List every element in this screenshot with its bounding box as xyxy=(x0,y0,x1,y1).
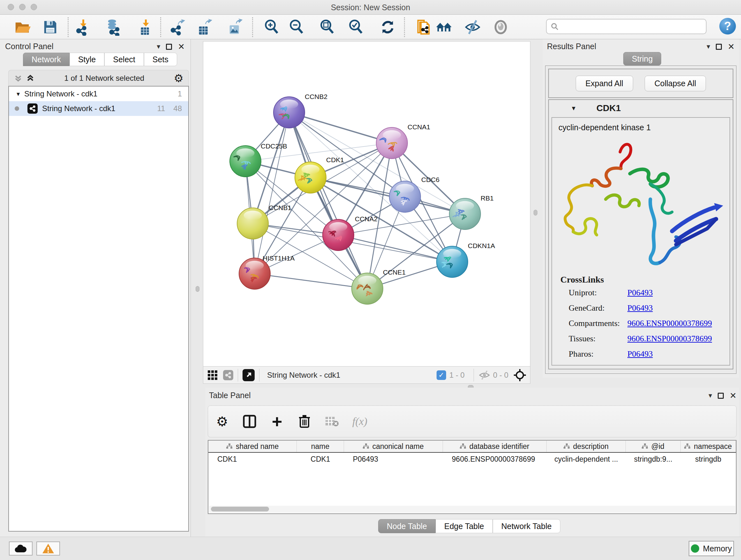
node-CCNA1[interactable]: CCNA1 xyxy=(376,123,430,159)
table-cell[interactable]: cyclin-dependent ... xyxy=(547,455,626,463)
zoom-fit-icon xyxy=(319,18,336,36)
tab-style[interactable]: Style xyxy=(70,53,105,66)
hscrollbar-thumb[interactable] xyxy=(211,507,269,511)
edge-HIST1H1A-CCNE1[interactable] xyxy=(255,273,367,289)
node-CCNB1[interactable]: CCNB1 xyxy=(237,204,291,239)
network-collection-row[interactable]: ▾ String Network - cdk1 1 xyxy=(9,86,188,101)
panel-close-button[interactable]: ✕ xyxy=(728,43,735,51)
network-options-gear-icon[interactable]: ⚙ xyxy=(174,72,184,84)
network-graph[interactable]: CCNB2CCNA1CDC25BCDK1CDC6RB1CCNB1CCNA2CDK… xyxy=(203,42,530,366)
panel-menu-caret[interactable]: ▾ xyxy=(706,43,710,51)
table-cell[interactable]: 9606.ENSP00000378699 xyxy=(443,455,547,463)
search-input[interactable] xyxy=(546,19,706,34)
zoom-fit-button[interactable] xyxy=(318,18,336,37)
tab-select[interactable]: Select xyxy=(105,53,144,66)
table-cell[interactable]: stringdb:9... xyxy=(626,455,680,463)
open-folder-icon xyxy=(13,18,30,36)
edge-CCNB2-HIST1H1A[interactable] xyxy=(255,112,289,273)
collapse-all-icon[interactable] xyxy=(14,73,23,83)
tree-expand-caret[interactable]: ▾ xyxy=(17,90,20,98)
zoom-in-button[interactable] xyxy=(262,18,281,37)
expand-all-button[interactable]: Expand All xyxy=(576,76,633,91)
zoom-out-button[interactable] xyxy=(287,18,306,37)
edge-CCNB2-CCNE1[interactable] xyxy=(289,112,367,289)
show-columns-icon[interactable] xyxy=(243,415,257,428)
table-cell[interactable]: P06493 xyxy=(344,455,443,463)
share-document-button[interactable] xyxy=(414,18,433,37)
table-cell[interactable]: CDK1 xyxy=(208,455,297,463)
column-header-shared-name[interactable]: shared name xyxy=(208,441,297,452)
node-RB1[interactable]: RB1 xyxy=(449,194,494,230)
table-row[interactable]: CDK1CDK1P064939606.ENSP00000378699cyclin… xyxy=(208,453,736,465)
import-network-button[interactable] xyxy=(74,18,92,37)
network-share-view-icon[interactable] xyxy=(223,370,233,380)
network-canvas[interactable]: CCNB2CCNA1CDC25BCDK1CDC6RB1CCNB1CCNA2CDK… xyxy=(203,41,530,367)
table-options-gear-icon[interactable]: ⚙ xyxy=(215,415,229,428)
export-table-button[interactable] xyxy=(195,18,214,37)
export-image-button[interactable] xyxy=(226,18,245,37)
column-header--id[interactable]: @id xyxy=(626,441,680,452)
gene-collapse-caret[interactable]: ▾ xyxy=(572,104,576,112)
panel-float-button[interactable] xyxy=(166,44,172,50)
grid-view-icon[interactable] xyxy=(207,370,218,381)
crosslink-link[interactable]: 9606.ENSP00000378699 xyxy=(627,334,712,344)
tab-node-table[interactable]: Node Table xyxy=(378,519,435,533)
crosshair-icon[interactable] xyxy=(514,369,526,381)
column-header-description[interactable]: description xyxy=(547,441,626,452)
table-cell[interactable]: CDK1 xyxy=(297,455,344,463)
crosslink-link[interactable]: P06493 xyxy=(627,288,653,298)
splitter-handle-right[interactable] xyxy=(534,210,537,215)
table-cell[interactable]: stringdb xyxy=(681,455,736,463)
network-row[interactable]: String Network - cdk1 11 48 xyxy=(9,101,188,116)
collapse-all-button[interactable]: Collapse All xyxy=(645,76,706,91)
warnings-button[interactable] xyxy=(37,542,60,556)
crosslink-link[interactable]: P06493 xyxy=(627,349,653,359)
node-CCNB2[interactable]: CCNB2 xyxy=(273,93,327,128)
splitter-handle-left[interactable] xyxy=(196,286,199,292)
column-header-name[interactable]: name xyxy=(297,441,344,452)
delete-column-trash-icon[interactable] xyxy=(297,415,312,428)
node-label-CCNA1: CCNA1 xyxy=(408,123,430,131)
column-header-database-identifier[interactable]: database identifier xyxy=(443,441,547,452)
node-HIST1H1A[interactable]: HIST1H1A xyxy=(239,254,294,289)
save-session-button[interactable] xyxy=(41,18,59,37)
zoom-selected-button[interactable] xyxy=(347,18,365,37)
tab-network-table[interactable]: Network Table xyxy=(493,519,560,533)
import-database-button[interactable] xyxy=(104,18,123,37)
crosslink-link[interactable]: P06493 xyxy=(627,303,653,313)
expand-all-icon[interactable] xyxy=(26,73,35,83)
cloud-status-button[interactable] xyxy=(9,542,32,556)
tab-edge-table[interactable]: Edge Table xyxy=(435,519,493,533)
selected-checkbox-icon[interactable]: ✓ xyxy=(436,370,446,380)
memory-button[interactable]: Memory xyxy=(689,541,734,556)
column-header-namespace[interactable]: namespace xyxy=(681,441,736,452)
open-session-button[interactable] xyxy=(13,18,31,37)
panel-float-button[interactable] xyxy=(718,393,724,399)
add-column-icon[interactable]: + xyxy=(270,415,284,428)
panel-close-button[interactable]: ✕ xyxy=(178,43,185,51)
help-button[interactable]: ? xyxy=(719,18,736,35)
column-header-canonical-name[interactable]: canonical name xyxy=(344,441,443,452)
show-eye-button[interactable] xyxy=(491,18,510,37)
export-network-button[interactable] xyxy=(169,18,187,37)
panel-menu-caret[interactable]: ▾ xyxy=(709,391,712,400)
tab-sets[interactable]: Sets xyxy=(144,53,177,66)
crosslink-link[interactable]: 9606.ENSP00000378699 xyxy=(627,319,712,328)
node-CDC6[interactable]: CDC6 xyxy=(389,176,440,212)
birdseye-view-icon[interactable] xyxy=(243,369,255,381)
gene-symbol: CDK1 xyxy=(596,103,621,113)
string-home-button[interactable] xyxy=(434,18,453,37)
panel-float-button[interactable] xyxy=(716,44,722,50)
panel-close-button[interactable]: ✕ xyxy=(730,391,737,400)
hide-selected-button[interactable] xyxy=(463,18,482,37)
eye-lens-icon xyxy=(492,18,509,36)
panel-menu-caret[interactable]: ▾ xyxy=(157,43,160,51)
tab-string[interactable]: String xyxy=(623,52,661,65)
import-table-button[interactable] xyxy=(137,18,155,37)
table-hscrollbar[interactable] xyxy=(209,506,735,513)
edge-CCNB2-CCNA1[interactable] xyxy=(289,112,392,143)
crosslink-row: GeneCard: P06493 xyxy=(569,303,730,313)
refresh-button[interactable] xyxy=(379,18,397,37)
tab-network[interactable]: Network xyxy=(23,53,70,66)
edge-CDK1-RB1[interactable] xyxy=(311,178,465,214)
